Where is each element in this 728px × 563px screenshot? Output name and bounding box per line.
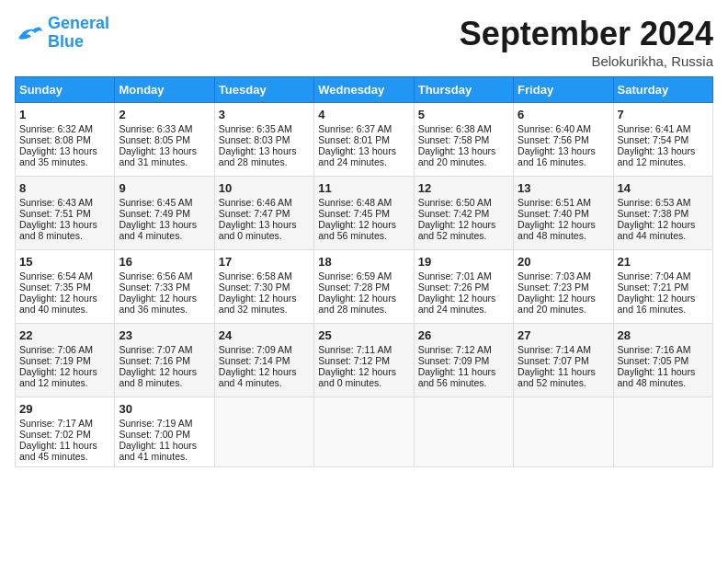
day-number: 10 [219, 181, 310, 195]
calendar-cell: 22Sunrise: 7:06 AMSunset: 7:19 PMDayligh… [16, 324, 115, 397]
day-number: 30 [119, 402, 210, 416]
day-info: Sunrise: 6:43 AMSunset: 7:51 PMDaylight:… [19, 197, 97, 241]
day-info: Sunrise: 6:51 AMSunset: 7:40 PMDaylight:… [518, 197, 596, 241]
calendar-cell: 28Sunrise: 7:16 AMSunset: 7:05 PMDayligh… [613, 324, 712, 397]
calendar-cell: 3Sunrise: 6:35 AMSunset: 8:03 PMDaylight… [214, 103, 313, 177]
day-info: Sunrise: 7:03 AMSunset: 7:23 PMDaylight:… [518, 270, 596, 315]
day-info: Sunrise: 7:19 AMSunset: 7:00 PMDaylight:… [119, 418, 197, 462]
day-info: Sunrise: 6:48 AMSunset: 7:45 PMDaylight:… [318, 197, 396, 241]
day-info: Sunrise: 7:12 AMSunset: 7:09 PMDaylight:… [418, 344, 496, 388]
day-number: 18 [318, 255, 409, 269]
day-number: 13 [518, 181, 609, 195]
header-wednesday: Wednesday [314, 77, 414, 103]
day-number: 26 [418, 328, 509, 342]
logo-line1: General [48, 14, 109, 32]
day-number: 27 [518, 328, 609, 342]
calendar-week-row: 29Sunrise: 7:17 AMSunset: 7:02 PMDayligh… [16, 397, 713, 467]
day-number: 25 [318, 328, 409, 342]
calendar-cell: 23Sunrise: 7:07 AMSunset: 7:16 PMDayligh… [115, 324, 214, 397]
calendar-cell: 4Sunrise: 6:37 AMSunset: 8:01 PMDaylight… [314, 103, 414, 177]
day-number: 9 [119, 181, 210, 195]
calendar-week-row: 1Sunrise: 6:32 AMSunset: 8:08 PMDaylight… [16, 103, 713, 177]
calendar-cell: 9Sunrise: 6:45 AMSunset: 7:49 PMDaylight… [115, 177, 214, 250]
day-info: Sunrise: 6:32 AMSunset: 8:08 PMDaylight:… [19, 123, 97, 167]
day-info: Sunrise: 7:07 AMSunset: 7:16 PMDaylight:… [119, 344, 197, 388]
day-info: Sunrise: 6:38 AMSunset: 7:58 PMDaylight:… [418, 123, 496, 167]
day-number: 1 [19, 108, 110, 121]
day-info: Sunrise: 7:06 AMSunset: 7:19 PMDaylight:… [19, 344, 97, 388]
calendar-cell: 25Sunrise: 7:11 AMSunset: 7:12 PMDayligh… [314, 324, 414, 397]
calendar-cell: 13Sunrise: 6:51 AMSunset: 7:40 PMDayligh… [514, 177, 613, 250]
calendar-week-row: 22Sunrise: 7:06 AMSunset: 7:19 PMDayligh… [16, 324, 713, 397]
day-info: Sunrise: 6:59 AMSunset: 7:28 PMDaylight:… [318, 270, 396, 315]
header-monday: Monday [115, 77, 214, 103]
calendar-cell: 10Sunrise: 6:46 AMSunset: 7:47 PMDayligh… [214, 177, 313, 250]
day-info: Sunrise: 6:37 AMSunset: 8:01 PMDaylight:… [318, 123, 396, 167]
day-info: Sunrise: 6:45 AMSunset: 7:49 PMDaylight:… [119, 197, 197, 241]
day-number: 20 [518, 255, 609, 269]
calendar-cell: 20Sunrise: 7:03 AMSunset: 7:23 PMDayligh… [514, 250, 613, 324]
calendar-cell: 16Sunrise: 6:56 AMSunset: 7:33 PMDayligh… [115, 250, 214, 324]
month-title: September 2024 [460, 15, 713, 53]
header-saturday: Saturday [613, 77, 712, 103]
calendar-cell [314, 397, 414, 467]
calendar-cell [214, 397, 313, 467]
calendar-cell: 19Sunrise: 7:01 AMSunset: 7:26 PMDayligh… [414, 250, 513, 324]
calendar-cell: 7Sunrise: 6:41 AMSunset: 7:54 PMDaylight… [613, 103, 712, 177]
day-info: Sunrise: 6:53 AMSunset: 7:38 PMDaylight:… [618, 197, 696, 241]
calendar-cell: 1Sunrise: 6:32 AMSunset: 8:08 PMDaylight… [16, 103, 115, 177]
day-number: 21 [618, 255, 709, 269]
logo-line2: Blue [48, 32, 84, 51]
calendar-cell: 17Sunrise: 6:58 AMSunset: 7:30 PMDayligh… [214, 250, 313, 324]
day-number: 5 [418, 108, 509, 121]
day-info: Sunrise: 7:14 AMSunset: 7:07 PMDaylight:… [518, 344, 596, 388]
day-info: Sunrise: 7:16 AMSunset: 7:05 PMDaylight:… [618, 344, 696, 388]
day-number: 11 [318, 181, 409, 195]
day-info: Sunrise: 7:09 AMSunset: 7:14 PMDaylight:… [219, 344, 297, 388]
day-number: 19 [418, 255, 509, 269]
day-info: Sunrise: 6:54 AMSunset: 7:35 PMDaylight:… [19, 270, 97, 315]
logo: General Blue [15, 15, 109, 52]
location: Belokurikha, Russia [460, 53, 713, 69]
day-number: 3 [219, 108, 310, 121]
calendar-cell: 26Sunrise: 7:12 AMSunset: 7:09 PMDayligh… [414, 324, 513, 397]
header-sunday: Sunday [16, 77, 115, 103]
day-number: 15 [19, 255, 110, 269]
calendar-cell [514, 397, 613, 467]
calendar-cell: 15Sunrise: 6:54 AMSunset: 7:35 PMDayligh… [16, 250, 115, 324]
day-number: 12 [418, 181, 509, 195]
calendar-week-row: 15Sunrise: 6:54 AMSunset: 7:35 PMDayligh… [16, 250, 713, 324]
day-info: Sunrise: 7:17 AMSunset: 7:02 PMDaylight:… [19, 418, 97, 462]
day-number: 7 [618, 108, 709, 121]
page-header: General Blue September 2024 Belokurikha,… [15, 15, 713, 69]
day-number: 24 [219, 328, 310, 342]
calendar-week-row: 8Sunrise: 6:43 AMSunset: 7:51 PMDaylight… [16, 177, 713, 250]
calendar-cell: 6Sunrise: 6:40 AMSunset: 7:56 PMDaylight… [514, 103, 613, 177]
calendar-cell: 24Sunrise: 7:09 AMSunset: 7:14 PMDayligh… [214, 324, 313, 397]
calendar-cell: 14Sunrise: 6:53 AMSunset: 7:38 PMDayligh… [613, 177, 712, 250]
day-info: Sunrise: 7:11 AMSunset: 7:12 PMDaylight:… [318, 344, 396, 388]
day-info: Sunrise: 6:41 AMSunset: 7:54 PMDaylight:… [618, 123, 696, 167]
day-number: 14 [618, 181, 709, 195]
calendar-cell: 27Sunrise: 7:14 AMSunset: 7:07 PMDayligh… [514, 324, 613, 397]
day-number: 17 [219, 255, 310, 269]
day-number: 6 [518, 108, 609, 121]
calendar-table: SundayMondayTuesdayWednesdayThursdayFrid… [15, 76, 713, 467]
calendar-cell [414, 397, 513, 467]
day-info: Sunrise: 6:40 AMSunset: 7:56 PMDaylight:… [518, 123, 596, 167]
day-info: Sunrise: 6:58 AMSunset: 7:30 PMDaylight:… [219, 270, 297, 315]
day-info: Sunrise: 7:01 AMSunset: 7:26 PMDaylight:… [418, 270, 496, 315]
day-number: 23 [119, 328, 210, 342]
calendar-cell: 21Sunrise: 7:04 AMSunset: 7:21 PMDayligh… [613, 250, 712, 324]
calendar-cell: 30Sunrise: 7:19 AMSunset: 7:00 PMDayligh… [115, 397, 214, 467]
header-tuesday: Tuesday [214, 77, 313, 103]
day-info: Sunrise: 6:46 AMSunset: 7:47 PMDaylight:… [219, 197, 297, 241]
day-info: Sunrise: 6:56 AMSunset: 7:33 PMDaylight:… [119, 270, 197, 315]
calendar-cell: 12Sunrise: 6:50 AMSunset: 7:42 PMDayligh… [414, 177, 513, 250]
logo-icon [15, 20, 44, 46]
header-friday: Friday [514, 77, 613, 103]
calendar-cell: 29Sunrise: 7:17 AMSunset: 7:02 PMDayligh… [16, 397, 115, 467]
day-info: Sunrise: 6:33 AMSunset: 8:05 PMDaylight:… [119, 123, 197, 167]
calendar-header-row: SundayMondayTuesdayWednesdayThursdayFrid… [16, 77, 713, 103]
day-info: Sunrise: 6:35 AMSunset: 8:03 PMDaylight:… [219, 123, 297, 167]
